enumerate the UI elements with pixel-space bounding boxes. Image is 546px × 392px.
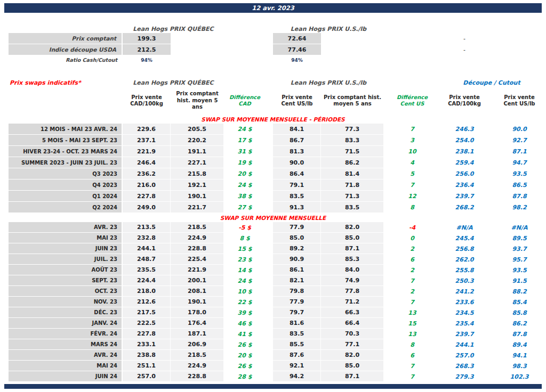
spot-cutout-dash: - [441,33,487,44]
diff-us-cell: 7 [391,179,433,191]
qc-sell-cell: 235.5 [123,265,171,275]
qc-sell-cell: 249.0 [123,202,171,213]
table-row: SUMMER 2023 - JUIN 23 JUIL. 23 246.4 227… [4,157,542,168]
table-row: Q2 2024 249.0 221.7 27 $ 91.3 83.5 8 268… [4,202,542,213]
diff-us-cell: 13 [391,307,433,318]
qc-hist-cell: 205.5 [171,124,224,135]
col-diff-us-header: Différence Cent US [391,87,433,115]
cut-us-cell: 89.4 [497,339,542,350]
row-label: Q3 2023 [9,168,123,179]
table-row: Q3 2023 236.2 215.8 20 $ 86.4 81.4 5 256… [4,168,542,179]
qc-sell-cell: 221.9 [123,146,171,157]
col-diff-cad-header: Différence CAD [224,87,266,115]
diff-cad-cell: 22 $ [224,297,266,307]
row-label: NOV. 23 [9,297,123,307]
cut-cad-cell: 268.3 [441,361,487,371]
spot-us-value: 72.64 [273,33,321,44]
us-sell-cell: 87.6 [273,350,321,361]
qc-hist-cell: 208.1 [171,286,224,297]
us-sell-cell: 86.1 [273,265,321,275]
spot-quebec-title: Lean Hogs PRIX QUÉBEC [123,24,224,33]
us-hist-cell: 82.0 [321,350,384,361]
diff-us-cell: -4 [391,222,433,233]
us-sell-cell: 77.9 [273,222,321,233]
bottom-divider-bar [4,384,542,389]
diff-cad-cell: 26 $ [224,339,266,350]
diff-cad-cell: 31 $ [224,146,266,157]
diff-cad-cell: 27 $ [224,202,266,213]
qc-hist-cell: 221.7 [171,202,224,213]
diff-cad-cell: -5 $ [224,222,266,233]
qc-sell-cell: 212.6 [123,297,171,307]
us-sell-cell: 79.7 [273,307,321,318]
qc-sell-cell: 236.2 [123,168,171,179]
qc-sell-cell: 222.5 [123,318,171,329]
us-hist-cell: 71.3 [321,191,384,202]
us-hist-cell: 71.2 [321,297,384,307]
swaps-quebec-title: Lean Hogs PRIX QUÉBEC [123,78,224,87]
table-row: MAI 23 232.8 224.9 8 $ 85.0 85.0 0 245.4… [4,233,542,243]
us-sell-cell: 92.1 [273,361,321,371]
diff-us-cell: 7 [391,297,433,307]
qc-sell-cell: 238.8 [123,350,171,361]
diff-cad-cell: 46 $ [224,318,266,329]
row-label: Q2 2024 [9,202,123,213]
col-qc-hist-header: Prix comptant hist. moyen 5 ans [171,87,224,115]
us-sell-cell: 89.2 [273,243,321,254]
row-label: AOÛT 23 [9,265,123,275]
cut-cad-cell: 257.0 [441,350,487,361]
qc-sell-cell: 246.4 [123,157,171,168]
us-hist-cell: 85.0 [321,233,384,243]
spot-qc-value: 212.5 [123,44,171,55]
diff-us-cell: 6 [391,254,433,265]
table-row: AVR. 24 238.8 218.5 20 $ 87.6 82.0 6 257… [4,350,542,361]
row-label: HIVER 23-24 - OCT. 23 MARS 24 [9,146,123,157]
qc-hist-cell: 228.8 [171,371,224,382]
spot-row-label: Prix comptant [9,33,123,44]
qc-hist-cell: 220.2 [171,135,224,146]
us-hist-cell: 86.2 [321,157,384,168]
qc-hist-cell: 224.9 [171,361,224,371]
us-sell-cell: 90.9 [273,254,321,265]
us-sell-cell: 86.7 [273,135,321,146]
cut-us-cell: 85.8 [497,307,542,318]
qc-sell-cell: 248.7 [123,254,171,265]
cut-cad-cell: 256.0 [441,168,487,179]
row-label: MAI 24 [9,361,123,371]
qc-sell-cell: 232.8 [123,233,171,243]
col-cut-us-header: Prix vente Cent US/lb [497,87,542,115]
table-row: JANV. 24 222.5 176.4 46 $ 81.6 66.4 15 2… [4,318,542,329]
qc-hist-cell: 192.1 [171,179,224,191]
diff-us-cell: 2 [391,286,433,297]
col-us-hist-header: Prix comptant hist. moyen 5 ans [321,87,384,115]
diff-cad-cell: 20 $ [224,168,266,179]
diff-us-cell: 4 [391,157,433,168]
us-hist-cell: 83.5 [321,202,384,213]
diff-cad-cell: 24 $ [224,275,266,286]
qc-hist-cell: 191.1 [171,146,224,157]
qc-hist-cell: 215.8 [171,168,224,179]
us-hist-cell: 85.0 [321,361,384,371]
row-label: AVR. 24 [9,350,123,361]
us-sell-cell: 85.0 [273,233,321,243]
qc-sell-cell: 229.6 [123,124,171,135]
diff-cad-cell: 23 $ [224,254,266,265]
row-label: JUIL. 23 [9,254,123,265]
cut-cad-cell: #N/A [441,222,487,233]
diff-us-cell: 7 [391,124,433,135]
cut-cad-cell: 238.1 [441,146,487,157]
cut-us-cell: 95.7 [497,254,542,265]
us-sell-cell: 79.8 [273,286,321,297]
table-row: HIVER 23-24 - OCT. 23 MARS 24 221.9 191.… [4,146,542,157]
spot-row-label: Indice découpe USDA [9,44,123,55]
row-label: JANV. 24 [9,318,123,329]
table-row: 5 MOIS - MAI 23 SEPT. 23 237.1 220.2 17 … [4,135,542,146]
cut-us-cell: 85.4 [497,297,542,307]
us-sell-cell: 81.3 [273,146,321,157]
diff-cad-cell: 38 $ [224,191,266,202]
spot-row-cutout-index: Indice découpe USDA 212.5 77.46 - [4,44,542,55]
diff-cad-cell: 24 $ [224,179,266,191]
table-row: MARS 24 233.1 206.9 26 $ 85.5 77.1 8 244… [4,339,542,350]
qc-hist-cell: 190.1 [171,297,224,307]
us-hist-cell: 66.3 [321,307,384,318]
